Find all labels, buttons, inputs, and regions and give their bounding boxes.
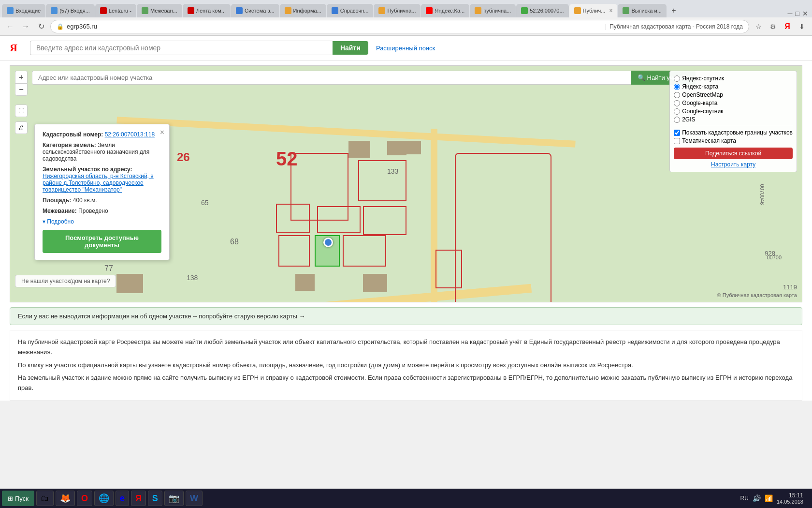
extension-button[interactable]: ⚙ [767, 20, 779, 33]
address-input[interactable] [67, 23, 602, 30]
map-parcel-8[interactable] [343, 235, 386, 267]
show-borders-checkbox[interactable]: Показать кадастровые границы участков [674, 129, 793, 136]
layer-google-map[interactable]: Google-карта [674, 100, 793, 106]
close-window-button[interactable]: ✕ [802, 10, 808, 17]
tab-11[interactable]: публична... [470, 4, 516, 17]
tab-5[interactable]: Лента ком... [183, 4, 231, 17]
tab-12[interactable]: 52:26:00070... [516, 4, 568, 17]
file-manager-icon: 🗂 [41, 493, 49, 504]
taskbar-time: 15:11 [789, 492, 803, 499]
taskbar-file-manager[interactable]: 🗂 [36, 491, 54, 506]
taskbar-word[interactable]: W [186, 491, 203, 506]
taskbar-yandex[interactable]: Я [131, 491, 146, 506]
minimize-button[interactable]: ─ [788, 10, 793, 17]
layer-2gis-radio[interactable] [674, 117, 680, 123]
popup-details-link[interactable]: ▾ Подробно [43, 218, 161, 225]
tab-3[interactable]: Lenta.ru - [95, 4, 136, 17]
theme-map-input[interactable] [674, 138, 680, 144]
forward-button[interactable]: → [19, 20, 32, 33]
theme-map-checkbox[interactable]: Тематическая карта [674, 137, 793, 144]
taskbar-browser-chrome[interactable]: 🌐 [94, 491, 114, 506]
tab-7[interactable]: Информа... [280, 4, 326, 17]
tab-4[interactable]: Межеван... [137, 4, 182, 17]
map-building-3 [116, 274, 143, 293]
layer-yandexmap-radio[interactable] [674, 84, 680, 90]
show-borders-input[interactable] [674, 130, 680, 136]
tab-9[interactable]: Публична... [374, 4, 420, 17]
tab-label-11: публична... [483, 8, 511, 14]
layer-yandex-map[interactable]: Яндекс-карта [674, 83, 793, 90]
taskbar-photo[interactable]: 📷 [164, 491, 184, 506]
map-parcel-5[interactable] [363, 206, 406, 235]
popup-cadaster-link[interactable]: 52:26:0070013:118 [105, 131, 155, 138]
view-docs-button[interactable]: Посмотреть доступные документы [43, 230, 161, 253]
layer-satellite-radio[interactable] [674, 75, 680, 82]
map-number-1119: 1119 [783, 284, 797, 291]
start-button[interactable]: ⊞ Пуск [2, 491, 34, 506]
map-copyright: © Публичная кадастровая карта [717, 292, 797, 298]
download-button[interactable]: ⬇ [796, 20, 808, 33]
layer-googlemap-radio[interactable] [674, 100, 680, 106]
tab-2[interactable]: (57) Входя... [46, 4, 95, 17]
layer-google-satellite[interactable]: Google-спутник [674, 108, 793, 115]
map-parcel-r2[interactable] [435, 250, 462, 288]
ie-icon: e [120, 493, 125, 504]
not-found-bar[interactable]: Не нашли участок/дом на карте? [15, 275, 116, 287]
tab-6[interactable]: Система з... [231, 4, 279, 17]
zoom-out-button[interactable]: − [15, 83, 28, 96]
layer-osm-radio[interactable] [674, 92, 680, 98]
bookmark-button[interactable]: ☆ [752, 20, 765, 33]
map-parcel-6[interactable] [278, 235, 310, 267]
layer-googlesatellite-radio[interactable] [674, 108, 680, 115]
not-found-text: Не нашли участок/дом на карте? [21, 278, 110, 284]
advanced-search-link[interactable]: Расширенный поиск [376, 45, 435, 52]
layer-yandexmap-label: Яндекс-карта [682, 83, 718, 90]
tab-label-9: Публична... [387, 8, 416, 14]
layer-googlemap-label: Google-карта [682, 100, 717, 106]
description-section: На публичной кадастровой карте Росреестр… [10, 330, 802, 401]
tab-favicon-6 [236, 7, 243, 14]
site-search-button[interactable]: Найти [333, 41, 368, 55]
refresh-button[interactable]: ↻ [35, 20, 47, 33]
configure-map-link[interactable]: Настроить карту [674, 161, 793, 168]
tab-14[interactable]: Выписка и... [618, 4, 666, 17]
description-p1: На публичной кадастровой карте Росреестр… [18, 337, 794, 358]
share-button[interactable]: Поделиться ссылкой [674, 148, 793, 159]
map-parcel-3[interactable] [276, 204, 310, 233]
tab-favicon-13 [574, 7, 581, 14]
tab-10[interactable]: Яндекс.Ка... [421, 4, 469, 17]
taskbar-browser-opera[interactable]: O [77, 491, 92, 506]
map-search-input[interactable] [32, 71, 631, 85]
new-tab-button[interactable]: + [667, 4, 681, 17]
map-parcel-4[interactable] [317, 206, 361, 233]
maximize-button[interactable]: □ [796, 10, 799, 17]
tab-13[interactable]: Публич... × [569, 4, 618, 17]
tab-close-13[interactable]: × [609, 7, 612, 14]
popup-category-label: Категория земель: [43, 142, 96, 149]
tab-favicon-5 [188, 7, 194, 14]
back-button[interactable]: ← [4, 20, 16, 33]
browser-controls: ← → ↻ 🔒 | Публичная кадастровая карта - … [0, 17, 812, 36]
tab-1[interactable]: Входящие [2, 4, 45, 17]
zoom-in-button[interactable]: + [15, 71, 28, 83]
popup-close-button[interactable]: × [160, 128, 164, 137]
taskbar-skype[interactable]: S [148, 491, 162, 506]
taskbar-browser-ie[interactable]: e [116, 491, 129, 506]
map-parcel-2[interactable] [358, 160, 406, 201]
map-print-button[interactable]: 🖨 [15, 121, 28, 134]
map-fullscreen-button[interactable]: ⛶ [15, 105, 28, 117]
map-parcel-large[interactable] [455, 153, 551, 302]
taskbar-browser-firefox[interactable]: 🦊 [56, 491, 75, 506]
map-background[interactable]: 52 26 133 65 68 167 77 138 21 66 67 928 … [10, 66, 802, 302]
map-number-68: 68 [230, 238, 239, 246]
site-search-input[interactable] [30, 41, 333, 55]
popup-address-link[interactable]: Нижегородская область, р-н Кстовский, в … [43, 173, 154, 193]
map-building-4 [295, 274, 315, 291]
layer-yandex-satellite[interactable]: Яндекс-спутник [674, 75, 793, 82]
layer-2gis[interactable]: 2GIS [674, 116, 793, 123]
tab-8[interactable]: Справочн... [327, 4, 374, 17]
yandex-icon[interactable]: Я [781, 20, 794, 33]
taskbar-sys-tray: RU 🔊 📶 15:11 14.05.2018 [737, 492, 810, 505]
layer-osm[interactable]: OpenStreetMap [674, 91, 793, 98]
layers-divider [674, 126, 793, 126]
